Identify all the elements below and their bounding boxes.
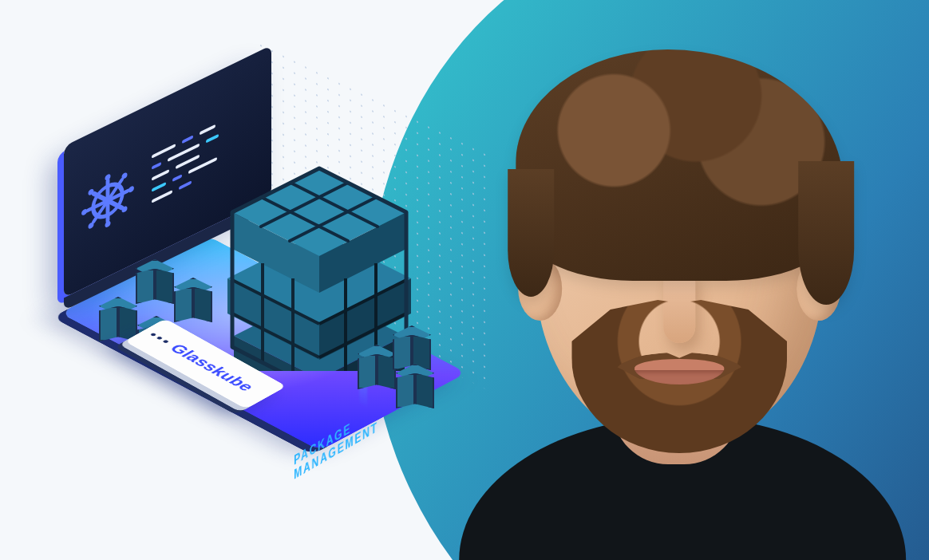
portrait-hair [516, 49, 843, 281]
mini-cube [136, 259, 174, 304]
svg-point-12 [122, 172, 128, 179]
mini-cube [99, 297, 137, 341]
svg-point-8 [81, 208, 87, 216]
main-cube-stack [227, 156, 411, 355]
portrait-head [536, 73, 823, 448]
svg-point-9 [128, 185, 134, 193]
code-lines [152, 123, 219, 203]
portrait-region [418, 0, 929, 560]
portrait [418, 34, 929, 560]
card-indicator-dots [150, 333, 169, 343]
mini-cube [358, 345, 396, 389]
svg-point-13 [89, 222, 94, 230]
rubik-cube-icon [227, 156, 411, 371]
kubernetes-helm-icon [80, 160, 136, 243]
stage: Glasskube PACKAGE MANAGEMENT [0, 0, 929, 560]
mini-cube [174, 278, 212, 322]
